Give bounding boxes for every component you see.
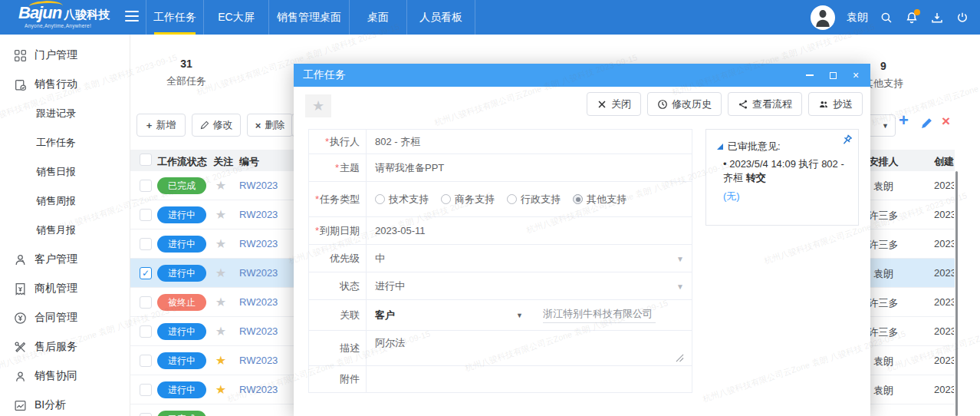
sidebar-item-7[interactable]: 销售协同 [0,362,130,391]
created-cell: 2023- [934,384,954,395]
row-checkbox[interactable] [140,209,152,221]
radio-business-support[interactable]: 商务支持 [441,193,495,206]
sidebar-item-4[interactable]: 商机管理 [0,274,130,303]
stat-all-tasks[interactable]: 31 全部任务 [165,58,208,88]
quick-add-icon[interactable]: + [899,111,909,130]
delete-button[interactable]: × 删除 [247,114,293,137]
follow-star-icon[interactable]: ★ [212,295,230,309]
subject-field[interactable]: 请帮我准备PPT [367,154,692,181]
priority-select[interactable]: 中▼ [367,245,692,272]
sidebar-item-3[interactable]: 客户管理 [0,245,130,274]
bell-icon[interactable] [905,11,919,25]
nav-tab-2[interactable]: EC大屏 [203,0,268,35]
sidebar-item-2[interactable]: 销售行动 [0,70,130,99]
row-checkbox[interactable] [140,413,152,416]
row-checkbox[interactable] [140,325,152,338]
description-textarea[interactable]: 阿尔法 [367,331,692,365]
row-checkbox[interactable] [140,296,152,309]
chevron-down-icon[interactable]: ▼ [516,312,523,319]
col-code[interactable]: 编号 [239,155,259,169]
follow-star-icon[interactable]: ★ [212,382,230,397]
follow-star-icon[interactable]: ★ [212,178,230,193]
follow-star-icon[interactable]: ★ [212,324,230,338]
field-label-executor: 执行人 [309,130,367,154]
nav-tab-1[interactable]: 工作任务 [146,0,203,35]
sidebar-subitem-4[interactable]: 销售周报 [0,187,130,216]
col-workflow-status[interactable]: 工作流状态 [157,155,207,169]
sidebar-item-1[interactable]: 门户管理 [0,41,130,70]
sidebar-subitem-5[interactable]: 销售月报 [0,216,130,245]
row-checkbox[interactable] [140,238,152,250]
search-icon[interactable] [880,11,893,25]
minimize-button[interactable] [804,70,815,81]
task-type-field: 技术支持 商务支持 行政支持 其他支持 [367,182,692,216]
maximize-button[interactable] [827,70,838,81]
task-code-link[interactable]: RW2023 [239,267,278,279]
due-date-field[interactable]: 2023-05-11 [367,217,692,244]
history-button[interactable]: 修改历史 [647,92,722,116]
follow-star-icon[interactable]: ★ [212,236,230,251]
follow-star-icon[interactable]: ★ [212,266,230,280]
close-window-icon[interactable]: × [850,70,861,81]
row-checkbox[interactable] [140,355,152,367]
approval-empty-note[interactable]: (无) [723,190,740,203]
task-code-link[interactable]: RW2023 [239,384,278,395]
people-icon [818,99,829,110]
nav-tab-3[interactable]: 销售管理桌面 [268,0,349,35]
status-select[interactable]: 进行中▼ [367,272,692,299]
radio-other-support[interactable]: 其他支持 [573,193,626,206]
task-code-link[interactable]: RW2023 [239,355,278,366]
task-form: 执行人 802 - 齐桓 主题 请帮我准备PPT 任务类型 技术支持 商务支持 … [308,129,692,393]
sidebar-item-6[interactable]: 售后服务 [0,332,130,362]
username[interactable]: 袁朗 [847,11,868,25]
sidebar-subitem-2[interactable]: 工作任务 [0,128,130,157]
relation-type-select[interactable]: 客户 [375,309,395,322]
relation-company-input[interactable]: 浙江特别牛科技有限公司 [543,307,656,323]
executor-field[interactable]: 802 - 齐桓 [367,130,692,154]
task-code-link[interactable]: RW2023 [239,296,278,308]
row-checkbox[interactable] [140,180,152,192]
avatar[interactable] [811,5,835,30]
quick-edit-icon[interactable] [920,117,933,133]
radio-tech-support[interactable]: 技术支持 [375,193,429,206]
sidebar-subitem-3[interactable]: 销售日报 [0,157,130,187]
task-code-link[interactable]: RW2023 [239,238,278,249]
power-icon[interactable] [955,11,969,25]
follow-star-icon[interactable]: ★ [212,207,230,222]
nav-tab-4[interactable]: 桌面 [349,0,406,35]
sidebar-item-8[interactable]: BI分析 [0,391,130,416]
col-follow[interactable]: 关注 [213,155,233,169]
brand-tagline: Anyone,Anytime,Anywhere! [25,23,110,28]
chevron-down-icon: ▼ [882,122,889,130]
task-code-link[interactable]: RW2023 [239,180,278,191]
task-code-link[interactable]: RW2023 [239,209,278,220]
col-created[interactable]: 创建时间 [934,155,954,169]
collapse-triangle-icon[interactable] [717,144,723,150]
select-all-checkbox[interactable] [140,154,152,166]
modify-button[interactable]: 修改 [192,114,241,137]
add-button[interactable]: + 新增 [136,114,186,137]
sidebar-item-5[interactable]: 合同管理 [0,303,130,332]
sidebar-subitem-1[interactable]: 跟进记录 [0,99,130,128]
cc-button[interactable]: 抄送 [808,92,863,116]
field-label-due-date: 到期日期 [309,217,367,244]
table-scrollbar[interactable] [955,171,958,416]
download-icon[interactable] [930,11,944,25]
radio-admin-support[interactable]: 行政支持 [507,193,561,206]
row-checkbox[interactable]: ✓ [140,267,152,279]
approval-title: 已审批意见: [728,140,781,154]
attachment-field[interactable] [367,366,692,392]
task-code-link[interactable]: RW2023 [239,325,278,337]
row-checkbox[interactable] [140,384,152,396]
follow-star-icon[interactable]: ★ [212,353,230,368]
modal-titlebar[interactable]: 工作任务 × [294,64,870,87]
view-flow-button[interactable]: 查看流程 [728,92,802,116]
pin-icon[interactable] [841,134,853,146]
menu-toggle-icon[interactable] [125,11,140,23]
nav-tab-5[interactable]: 人员看板 [406,0,475,35]
favorite-star-icon[interactable]: ★ [305,94,331,117]
close-button[interactable]: 关闭 [587,92,641,116]
radio-circle-icon [507,194,517,204]
quick-delete-icon[interactable]: × [942,113,950,130]
resize-handle-icon[interactable] [676,354,684,362]
